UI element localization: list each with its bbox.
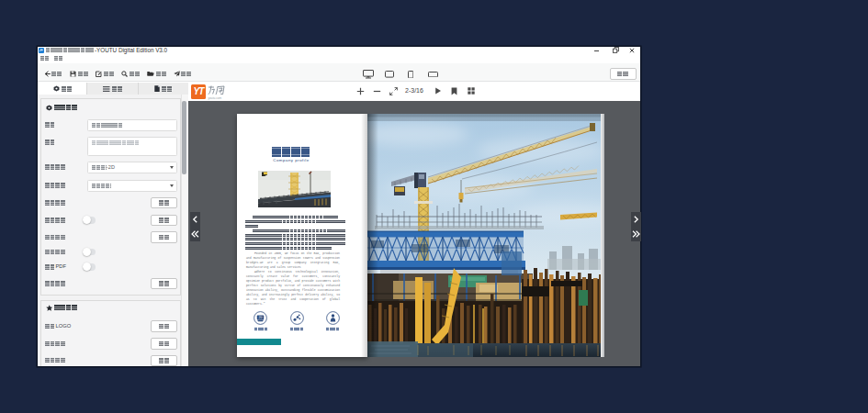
svg-text:20: 20 [259, 316, 263, 319]
